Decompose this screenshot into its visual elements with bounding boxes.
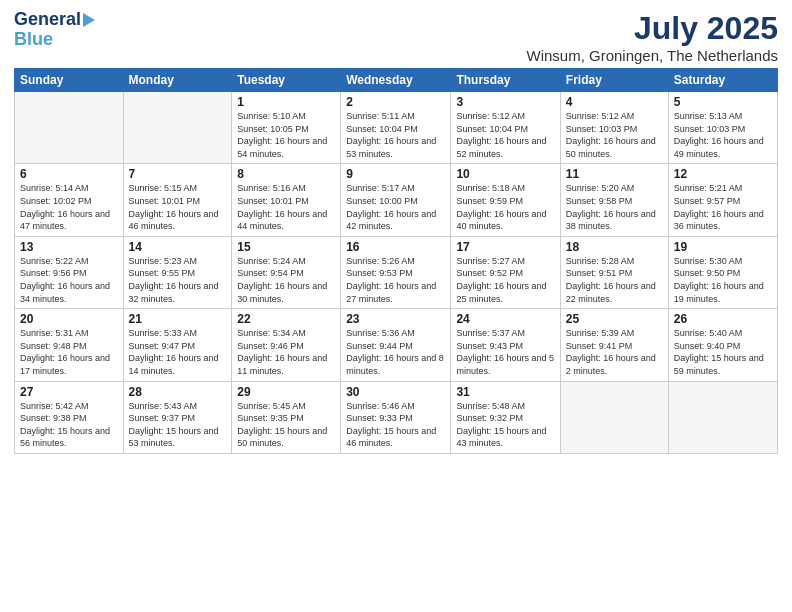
calendar-cell-w4-d7: 26Sunrise: 5:40 AM Sunset: 9:40 PM Dayli… bbox=[668, 309, 777, 381]
calendar-cell-w1-d6: 4Sunrise: 5:12 AM Sunset: 10:03 PM Dayli… bbox=[560, 92, 668, 164]
day-number: 24 bbox=[456, 312, 554, 326]
day-info: Sunrise: 5:40 AM Sunset: 9:40 PM Dayligh… bbox=[674, 327, 772, 377]
day-info: Sunrise: 5:12 AM Sunset: 10:04 PM Daylig… bbox=[456, 110, 554, 160]
day-number: 20 bbox=[20, 312, 118, 326]
day-number: 11 bbox=[566, 167, 663, 181]
calendar-cell-w2-d5: 10Sunrise: 5:18 AM Sunset: 9:59 PM Dayli… bbox=[451, 164, 560, 236]
calendar-cell-w3-d1: 13Sunrise: 5:22 AM Sunset: 9:56 PM Dayli… bbox=[15, 236, 124, 308]
calendar-cell-w4-d6: 25Sunrise: 5:39 AM Sunset: 9:41 PM Dayli… bbox=[560, 309, 668, 381]
day-number: 17 bbox=[456, 240, 554, 254]
day-info: Sunrise: 5:17 AM Sunset: 10:00 PM Daylig… bbox=[346, 182, 445, 232]
day-number: 12 bbox=[674, 167, 772, 181]
calendar-cell-w4-d2: 21Sunrise: 5:33 AM Sunset: 9:47 PM Dayli… bbox=[123, 309, 232, 381]
day-number: 7 bbox=[129, 167, 227, 181]
day-number: 9 bbox=[346, 167, 445, 181]
header-thursday: Thursday bbox=[451, 69, 560, 92]
day-number: 30 bbox=[346, 385, 445, 399]
day-info: Sunrise: 5:34 AM Sunset: 9:46 PM Dayligh… bbox=[237, 327, 335, 377]
day-info: Sunrise: 5:42 AM Sunset: 9:38 PM Dayligh… bbox=[20, 400, 118, 450]
day-number: 28 bbox=[129, 385, 227, 399]
day-number: 10 bbox=[456, 167, 554, 181]
calendar-cell-w1-d1 bbox=[15, 92, 124, 164]
calendar-cell-w3-d7: 19Sunrise: 5:30 AM Sunset: 9:50 PM Dayli… bbox=[668, 236, 777, 308]
day-number: 31 bbox=[456, 385, 554, 399]
day-info: Sunrise: 5:11 AM Sunset: 10:04 PM Daylig… bbox=[346, 110, 445, 160]
calendar-cell-w1-d7: 5Sunrise: 5:13 AM Sunset: 10:03 PM Dayli… bbox=[668, 92, 777, 164]
day-info: Sunrise: 5:33 AM Sunset: 9:47 PM Dayligh… bbox=[129, 327, 227, 377]
day-info: Sunrise: 5:43 AM Sunset: 9:37 PM Dayligh… bbox=[129, 400, 227, 450]
day-info: Sunrise: 5:45 AM Sunset: 9:35 PM Dayligh… bbox=[237, 400, 335, 450]
day-info: Sunrise: 5:39 AM Sunset: 9:41 PM Dayligh… bbox=[566, 327, 663, 377]
logo-arrow-icon bbox=[83, 13, 95, 27]
calendar-cell-w3-d2: 14Sunrise: 5:23 AM Sunset: 9:55 PM Dayli… bbox=[123, 236, 232, 308]
day-info: Sunrise: 5:36 AM Sunset: 9:44 PM Dayligh… bbox=[346, 327, 445, 377]
calendar-cell-w5-d2: 28Sunrise: 5:43 AM Sunset: 9:37 PM Dayli… bbox=[123, 381, 232, 453]
calendar-cell-w5-d5: 31Sunrise: 5:48 AM Sunset: 9:32 PM Dayli… bbox=[451, 381, 560, 453]
day-info: Sunrise: 5:27 AM Sunset: 9:52 PM Dayligh… bbox=[456, 255, 554, 305]
calendar-cell-w4-d3: 22Sunrise: 5:34 AM Sunset: 9:46 PM Dayli… bbox=[232, 309, 341, 381]
day-number: 14 bbox=[129, 240, 227, 254]
calendar-week-3: 13Sunrise: 5:22 AM Sunset: 9:56 PM Dayli… bbox=[15, 236, 778, 308]
day-number: 18 bbox=[566, 240, 663, 254]
calendar-week-2: 6Sunrise: 5:14 AM Sunset: 10:02 PM Dayli… bbox=[15, 164, 778, 236]
day-info: Sunrise: 5:12 AM Sunset: 10:03 PM Daylig… bbox=[566, 110, 663, 160]
header-saturday: Saturday bbox=[668, 69, 777, 92]
calendar-cell-w3-d4: 16Sunrise: 5:26 AM Sunset: 9:53 PM Dayli… bbox=[341, 236, 451, 308]
day-number: 13 bbox=[20, 240, 118, 254]
logo: General Blue bbox=[14, 10, 95, 50]
calendar-cell-w3-d3: 15Sunrise: 5:24 AM Sunset: 9:54 PM Dayli… bbox=[232, 236, 341, 308]
day-info: Sunrise: 5:30 AM Sunset: 9:50 PM Dayligh… bbox=[674, 255, 772, 305]
logo-text: General bbox=[14, 10, 81, 30]
calendar-cell-w3-d6: 18Sunrise: 5:28 AM Sunset: 9:51 PM Dayli… bbox=[560, 236, 668, 308]
title-block: July 2025 Winsum, Groningen, The Netherl… bbox=[526, 10, 778, 64]
month-title: July 2025 bbox=[526, 10, 778, 47]
calendar-cell-w5-d3: 29Sunrise: 5:45 AM Sunset: 9:35 PM Dayli… bbox=[232, 381, 341, 453]
day-number: 1 bbox=[237, 95, 335, 109]
location-title: Winsum, Groningen, The Netherlands bbox=[526, 47, 778, 64]
day-info: Sunrise: 5:24 AM Sunset: 9:54 PM Dayligh… bbox=[237, 255, 335, 305]
header-tuesday: Tuesday bbox=[232, 69, 341, 92]
calendar-cell-w1-d5: 3Sunrise: 5:12 AM Sunset: 10:04 PM Dayli… bbox=[451, 92, 560, 164]
day-info: Sunrise: 5:16 AM Sunset: 10:01 PM Daylig… bbox=[237, 182, 335, 232]
calendar-cell-w5-d7 bbox=[668, 381, 777, 453]
day-number: 21 bbox=[129, 312, 227, 326]
calendar-cell-w5-d1: 27Sunrise: 5:42 AM Sunset: 9:38 PM Dayli… bbox=[15, 381, 124, 453]
calendar-cell-w4-d1: 20Sunrise: 5:31 AM Sunset: 9:48 PM Dayli… bbox=[15, 309, 124, 381]
day-info: Sunrise: 5:31 AM Sunset: 9:48 PM Dayligh… bbox=[20, 327, 118, 377]
calendar-header-row: Sunday Monday Tuesday Wednesday Thursday… bbox=[15, 69, 778, 92]
day-info: Sunrise: 5:37 AM Sunset: 9:43 PM Dayligh… bbox=[456, 327, 554, 377]
day-info: Sunrise: 5:48 AM Sunset: 9:32 PM Dayligh… bbox=[456, 400, 554, 450]
day-number: 8 bbox=[237, 167, 335, 181]
calendar-cell-w2-d6: 11Sunrise: 5:20 AM Sunset: 9:58 PM Dayli… bbox=[560, 164, 668, 236]
logo-subtext: Blue bbox=[14, 30, 53, 50]
calendar-cell-w1-d3: 1Sunrise: 5:10 AM Sunset: 10:05 PM Dayli… bbox=[232, 92, 341, 164]
day-info: Sunrise: 5:20 AM Sunset: 9:58 PM Dayligh… bbox=[566, 182, 663, 232]
calendar: Sunday Monday Tuesday Wednesday Thursday… bbox=[14, 68, 778, 454]
day-info: Sunrise: 5:15 AM Sunset: 10:01 PM Daylig… bbox=[129, 182, 227, 232]
page: General Blue July 2025 Winsum, Groningen… bbox=[0, 0, 792, 612]
day-number: 25 bbox=[566, 312, 663, 326]
day-info: Sunrise: 5:13 AM Sunset: 10:03 PM Daylig… bbox=[674, 110, 772, 160]
calendar-cell-w3-d5: 17Sunrise: 5:27 AM Sunset: 9:52 PM Dayli… bbox=[451, 236, 560, 308]
day-number: 3 bbox=[456, 95, 554, 109]
day-info: Sunrise: 5:26 AM Sunset: 9:53 PM Dayligh… bbox=[346, 255, 445, 305]
day-info: Sunrise: 5:46 AM Sunset: 9:33 PM Dayligh… bbox=[346, 400, 445, 450]
day-info: Sunrise: 5:14 AM Sunset: 10:02 PM Daylig… bbox=[20, 182, 118, 232]
calendar-week-4: 20Sunrise: 5:31 AM Sunset: 9:48 PM Dayli… bbox=[15, 309, 778, 381]
day-number: 5 bbox=[674, 95, 772, 109]
day-number: 27 bbox=[20, 385, 118, 399]
day-number: 16 bbox=[346, 240, 445, 254]
calendar-cell-w2-d2: 7Sunrise: 5:15 AM Sunset: 10:01 PM Dayli… bbox=[123, 164, 232, 236]
calendar-cell-w4-d5: 24Sunrise: 5:37 AM Sunset: 9:43 PM Dayli… bbox=[451, 309, 560, 381]
day-info: Sunrise: 5:18 AM Sunset: 9:59 PM Dayligh… bbox=[456, 182, 554, 232]
day-number: 29 bbox=[237, 385, 335, 399]
day-number: 22 bbox=[237, 312, 335, 326]
calendar-cell-w1-d2 bbox=[123, 92, 232, 164]
day-number: 26 bbox=[674, 312, 772, 326]
header-monday: Monday bbox=[123, 69, 232, 92]
header-friday: Friday bbox=[560, 69, 668, 92]
day-number: 6 bbox=[20, 167, 118, 181]
day-number: 19 bbox=[674, 240, 772, 254]
calendar-cell-w4-d4: 23Sunrise: 5:36 AM Sunset: 9:44 PM Dayli… bbox=[341, 309, 451, 381]
calendar-week-1: 1Sunrise: 5:10 AM Sunset: 10:05 PM Dayli… bbox=[15, 92, 778, 164]
